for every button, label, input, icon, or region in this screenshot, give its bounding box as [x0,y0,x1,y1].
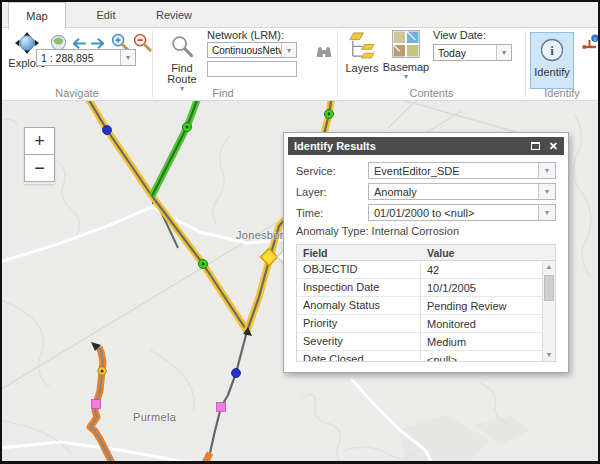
value-cell: 10/1/2005 [421,282,542,294]
view-date-label: View Date: [433,29,486,41]
identify-label: Identify [534,67,569,78]
column-header-field: Field [297,247,421,259]
scale-combobox[interactable]: 1 : 288,895 ▾ [36,49,136,66]
time-label: Time: [296,207,368,219]
identify-icon: i [539,37,565,67]
event-point-green[interactable] [325,110,334,119]
chevron-down-icon[interactable]: ▾ [538,163,555,178]
results-table-body: OBJECTID42Inspection Date10/1/2005Anomal… [297,261,542,361]
panel-title: Identify Results [294,140,376,152]
layers-button[interactable]: Layers [345,30,379,74]
route-orange-casing[interactable] [204,453,210,461]
map-zoom-control: + − [24,127,55,184]
table-row[interactable]: OBJECTID42 [297,261,542,279]
chevron-down-icon[interactable]: ▾ [281,43,296,57]
event-point-pink[interactable] [92,400,101,409]
chevron-down-icon[interactable]: ▾ [120,50,135,65]
field-cell: Priority [297,315,421,332]
ribbon-tabstrip: Map Edit Review [2,2,598,28]
event-point-blue[interactable] [103,126,112,135]
binoculars-icon[interactable] [315,44,333,64]
place-label-purmela: Purmela [133,411,176,423]
table-row[interactable]: Inspection Date10/1/2005 [297,279,542,297]
results-table: Field Value OBJECTID42Inspection Date10/… [296,244,556,362]
route-search-input[interactable] [207,61,297,77]
field-cell: OBJECTID [297,261,421,278]
identify-button[interactable]: i Identify [530,32,574,89]
service-label: Service: [296,165,368,177]
chevron-down-icon[interactable]: ▾ [538,184,555,199]
panel-titlebar[interactable]: Identify Results ✕ [288,137,564,155]
layer-value: Anomaly [369,186,538,198]
svg-text:i: i [594,35,596,42]
group-label-identify: Identify [526,87,598,99]
value-cell: 42 [421,264,542,276]
map-canvas[interactable]: Jonesboro Purmela + − Identify Results ✕… [2,101,598,461]
value-cell: Monitored [421,318,542,330]
value-cell: <null> [421,354,542,362]
chevron-down-icon[interactable]: ▾ [538,205,555,220]
table-row[interactable]: Date Closed<null> [297,351,542,361]
find-route-magnifier-icon [170,34,195,63]
identify-route-locations-icon[interactable]: i [582,34,598,56]
find-route-button[interactable]: Find Route ▾ [162,34,202,93]
field-cell: Inspection Date [297,279,421,296]
layers-label: Layers [345,63,378,74]
maximize-icon[interactable] [531,142,540,150]
layer-label: Layer: [296,186,368,198]
anomaly-type-line: Anomaly Type: Internal Corrosion [296,225,556,237]
app-chrome: Map Edit Review Explore [2,2,598,461]
route-green-core [152,101,199,196]
time-combobox[interactable]: 01/01/2000 to <null> ▾ [368,204,556,221]
scroll-down-icon[interactable]: ▼ [543,349,555,361]
tab-map[interactable]: Map [8,2,66,29]
map-zoom-out-button[interactable]: − [24,154,55,182]
service-value: EventEditor_SDE [369,165,538,177]
basemap-icon [392,30,420,62]
event-point-pink[interactable] [217,403,226,412]
ribbon: Explore [2,28,598,101]
layers-icon [348,30,377,63]
field-cell: Anomaly Status [297,297,421,314]
table-row[interactable]: PriorityMonitored [297,315,542,333]
field-cell: Date Closed [297,351,421,361]
place-label-jonesboro: Jonesboro [236,229,290,241]
basemap-button[interactable]: Basemap ▾ [385,30,427,81]
close-icon[interactable]: ✕ [549,141,558,152]
value-cell: Medium [421,336,542,348]
tab-edit[interactable]: Edit [82,2,130,28]
event-point-green[interactable] [199,260,208,269]
view-date-value: Today [434,47,496,59]
map-zoom-in-button[interactable]: + [24,127,55,155]
event-point-yellow-ring[interactable] [98,367,106,375]
app-window: Map Edit Review Explore [0,0,600,464]
route-gray-segment[interactable] [205,331,247,461]
event-point-blue[interactable] [232,369,241,378]
time-value: 01/01/2000 to <null> [369,207,538,219]
view-date-combobox[interactable]: Today ▾ [433,44,512,61]
group-label-navigate: Navigate [2,87,152,99]
chevron-down-icon: ▾ [404,73,408,81]
network-value: ContinuousNetwork [208,45,281,56]
svg-text:i: i [550,43,554,58]
network-lrm-label: Network (LRM): [207,29,284,41]
panel-body: Service: EventEditor_SDE ▾ Layer: Anomal… [288,155,564,362]
identify-results-panel: Identify Results ✕ Service: EventEditor_… [283,132,569,373]
scale-value: 1 : 288,895 [37,52,120,64]
results-table-header: Field Value [297,245,555,261]
service-combobox[interactable]: EventEditor_SDE ▾ [368,162,556,179]
table-row[interactable]: SeverityMedium [297,333,542,351]
tab-review[interactable]: Review [148,2,200,28]
group-label-contents: Contents [338,87,525,99]
scrollbar-thumb[interactable] [544,275,554,301]
scroll-up-icon[interactable]: ▲ [543,261,555,273]
table-row[interactable]: Anomaly StatusPending Review [297,297,542,315]
field-cell: Severity [297,333,421,350]
layer-combobox[interactable]: Anomaly ▾ [368,183,556,200]
chevron-down-icon[interactable]: ▾ [496,45,511,60]
network-combobox[interactable]: ContinuousNetwork ▾ [207,42,297,58]
table-scrollbar[interactable]: ▲ ▼ [542,261,555,361]
group-label-find: Find [153,87,293,99]
value-cell: Pending Review [421,300,542,312]
event-point-green[interactable] [183,123,192,132]
